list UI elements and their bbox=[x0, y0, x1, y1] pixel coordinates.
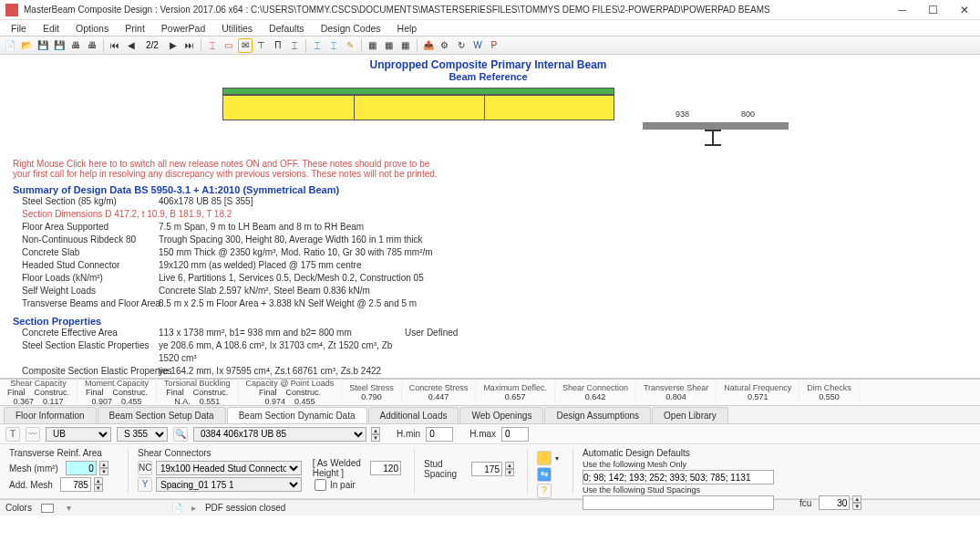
section-select[interactable]: 0384 406x178 UB 85 bbox=[193, 427, 366, 442]
pdf-status-text: PDF session closed bbox=[205, 503, 285, 513]
fcu-spinner[interactable]: ▲▼ bbox=[852, 495, 861, 510]
summary-key: Headed Stud Connector bbox=[22, 259, 150, 272]
saveas-icon[interactable]: 💾 bbox=[52, 38, 67, 53]
nc-icon[interactable]: NC bbox=[138, 461, 152, 475]
cap-group: Capacity @ Point LoadsFinalConstruc.0.97… bbox=[239, 378, 343, 407]
tab-open-library[interactable]: Open Library bbox=[652, 407, 728, 423]
lightning-icon[interactable]: ⚡ bbox=[537, 451, 552, 465]
auto-defaults-head: Automatic Design Defaults bbox=[583, 448, 975, 458]
search-icon[interactable]: 🔍 bbox=[173, 427, 188, 442]
cap-group: Maximum Deflec.0.657 bbox=[476, 382, 555, 402]
menu-utilities[interactable]: Utilities bbox=[214, 21, 260, 36]
section-icon[interactable]: ⌶ bbox=[310, 38, 325, 53]
envelope-icon[interactable]: ✉ bbox=[238, 38, 253, 53]
mesh-input[interactable] bbox=[66, 461, 97, 475]
printpreview-icon[interactable]: 🖶 bbox=[85, 38, 99, 53]
summary-val: Concrete Slab 2.597 kN/m², Steel Beam 0.… bbox=[159, 285, 964, 297]
auto-icon[interactable]: ⇆ bbox=[537, 467, 552, 482]
grid2-icon[interactable]: ▦ bbox=[382, 38, 397, 53]
pdf-icon[interactable]: P bbox=[487, 38, 501, 53]
summary-key: Concrete Slab bbox=[22, 246, 150, 259]
mesh-label: Mesh (mm²) bbox=[9, 463, 58, 474]
section-picker-row: T 〰 UB S 355 🔍 0384 406x178 UB 85 ▲▼ H.m… bbox=[0, 424, 980, 444]
mesh-spinner[interactable]: ▲▼ bbox=[99, 461, 108, 475]
titlebar: MasterBeam Composite Design : Version 20… bbox=[0, 0, 980, 20]
release-note-2[interactable]: your first call for help in resolving an… bbox=[13, 169, 964, 179]
colors-label[interactable]: Colors bbox=[5, 503, 32, 513]
summary-key: Steel Section (85 kg/m) bbox=[22, 195, 150, 208]
maximize-button[interactable]: ☐ bbox=[923, 4, 944, 16]
page-counter: 2/2 bbox=[140, 40, 164, 50]
menubar: File Edit Options Print PowerPad Utiliti… bbox=[0, 20, 980, 36]
addmesh-spinner[interactable]: ▲▼ bbox=[94, 477, 103, 492]
pi-icon[interactable]: Π bbox=[271, 38, 285, 53]
tee-icon[interactable]: ⊤ bbox=[254, 38, 269, 53]
minimize-button[interactable]: ─ bbox=[892, 4, 912, 16]
tab-floor-information[interactable]: Floor Information bbox=[4, 407, 97, 423]
rect-icon[interactable]: ▭ bbox=[222, 38, 236, 53]
stud-spacing-input[interactable] bbox=[471, 462, 502, 476]
hmax-input[interactable] bbox=[501, 427, 529, 442]
pencil-icon[interactable]: ✎ bbox=[343, 38, 357, 53]
summary-key: Non-Continuous Ribdeck 80 bbox=[22, 234, 150, 246]
welded-height-input[interactable] bbox=[370, 461, 401, 475]
wave-icon[interactable]: 〰 bbox=[26, 427, 40, 442]
cap-group: Concrete Stress0.447 bbox=[402, 382, 477, 402]
grid3-icon[interactable]: ▦ bbox=[398, 38, 413, 53]
export-icon[interactable]: 📤 bbox=[421, 38, 436, 53]
tab-beam-section-setup-data[interactable]: Beam Section Setup Data bbox=[98, 407, 226, 423]
first-icon[interactable]: ⏮ bbox=[108, 38, 122, 53]
mesh-list-input[interactable] bbox=[583, 470, 774, 484]
stud-spacing-select[interactable]: Spacing_01 175 1 bbox=[156, 477, 302, 492]
report-scroll[interactable]: Unpropped Composite Primary Internal Bea… bbox=[0, 55, 980, 378]
grade-select[interactable]: S 355 bbox=[117, 427, 168, 442]
menu-powerpad[interactable]: PowerPad bbox=[154, 21, 212, 36]
stud-type-select[interactable]: 19x100 Headed Stud Connector bbox=[156, 461, 302, 475]
save-icon[interactable]: 💾 bbox=[36, 38, 50, 53]
section-spinner[interactable]: ▲▼ bbox=[371, 427, 380, 442]
grid1-icon[interactable]: ▦ bbox=[366, 38, 380, 53]
addmesh-input[interactable] bbox=[60, 477, 91, 492]
tab-design-assumptions[interactable]: Design Assumptions bbox=[544, 407, 651, 423]
menu-file[interactable]: File bbox=[4, 21, 34, 36]
tab-beam-section-dynamic-data[interactable]: Beam Section Dynamic Data bbox=[227, 407, 367, 423]
y-icon[interactable]: Y bbox=[138, 477, 152, 492]
print-icon[interactable]: 🖶 bbox=[68, 38, 83, 53]
stud-list-input[interactable] bbox=[583, 495, 774, 510]
gear-icon[interactable]: ⚙ bbox=[438, 38, 452, 53]
dynamic-data-panel: Transverse Reinf. Area Mesh (mm²) ▲▼ Add… bbox=[0, 444, 980, 499]
new-icon[interactable]: 📄 bbox=[3, 38, 17, 53]
zz-icon[interactable]: ⌶ bbox=[287, 38, 302, 53]
cap-group: Natural Frequency0.571 bbox=[717, 382, 799, 402]
stud-spacing-spinner[interactable]: ▲▼ bbox=[505, 462, 514, 476]
menu-print[interactable]: Print bbox=[118, 21, 152, 36]
last-icon[interactable]: ⏭ bbox=[182, 38, 197, 53]
release-note-1[interactable]: Right Mouse Click here to to switch all … bbox=[13, 159, 964, 169]
t-shape-icon[interactable]: T bbox=[5, 427, 20, 442]
open-icon[interactable]: 📂 bbox=[19, 38, 34, 53]
next-icon[interactable]: ▶ bbox=[166, 38, 181, 53]
summary-val: 8.5 m x 2.5 m Floor Area + 3.838 kN Self… bbox=[159, 297, 964, 310]
close-button[interactable]: ✕ bbox=[954, 4, 975, 16]
tab-additional-loads[interactable]: Additional Loads bbox=[368, 407, 459, 423]
refresh-icon[interactable]: ↻ bbox=[454, 38, 469, 53]
eff-b2-label: 800 bbox=[741, 109, 755, 119]
capacity-summary-bar: Shear CapacityFinalConstruc.0.3670.117Mo… bbox=[0, 379, 980, 406]
shape-select[interactable]: UB bbox=[46, 427, 111, 442]
menu-edit[interactable]: Edit bbox=[36, 21, 67, 36]
menu-defaults[interactable]: Defaults bbox=[262, 21, 312, 36]
menu-options[interactable]: Options bbox=[68, 21, 116, 36]
word-icon[interactable]: W bbox=[470, 38, 485, 53]
section2-icon[interactable]: ⌶ bbox=[326, 38, 341, 53]
report-area: Unpropped Composite Primary Internal Bea… bbox=[0, 55, 980, 379]
color-sample[interactable] bbox=[41, 504, 54, 513]
help-icon[interactable]: ? bbox=[537, 484, 552, 498]
fcu-input[interactable] bbox=[819, 495, 850, 510]
menu-help[interactable]: Help bbox=[390, 21, 425, 36]
menu-designcodes[interactable]: Design Codes bbox=[314, 21, 388, 36]
inpair-checkbox[interactable] bbox=[315, 479, 326, 491]
tab-web-openings[interactable]: Web Openings bbox=[459, 407, 543, 423]
beam-shape-icon[interactable]: ⌶ bbox=[205, 38, 220, 53]
hmin-input[interactable] bbox=[426, 427, 453, 442]
prev-icon[interactable]: ◀ bbox=[124, 38, 139, 53]
